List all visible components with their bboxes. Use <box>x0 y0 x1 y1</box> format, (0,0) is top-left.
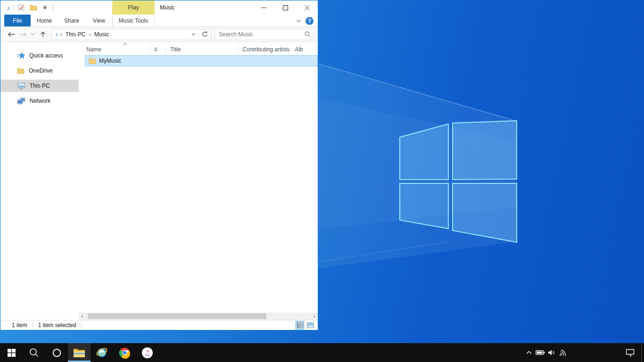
contextual-tab-group-play[interactable]: Play <box>112 0 155 15</box>
search-input[interactable] <box>215 31 302 38</box>
search-icon[interactable] <box>302 31 313 37</box>
sidebar-item-label: Network <box>30 98 50 104</box>
sidebar-item-label: This PC <box>30 82 50 89</box>
navigation-pane: Quick access OneDrive This PC <box>0 42 79 313</box>
tray-expand-button[interactable] <box>523 343 535 362</box>
ribbon-right-controls: ? <box>296 15 314 27</box>
sidebar-item-label: Quick access <box>29 52 63 59</box>
close-button[interactable] <box>296 0 318 15</box>
maximize-button[interactable] <box>274 0 296 15</box>
forward-arrow-icon <box>19 32 27 37</box>
address-bar[interactable]: ♪ › This PC › Music <box>51 29 211 40</box>
properties-checkbox-button[interactable] <box>17 3 26 12</box>
show-desktop-strip[interactable] <box>641 343 644 362</box>
view-toggles <box>296 321 314 329</box>
scroll-right-arrow[interactable]: › <box>311 313 318 320</box>
sidebar-item-this-pc[interactable]: This PC <box>0 80 79 92</box>
cortana-button[interactable] <box>45 343 68 362</box>
thumbnail-view-icon <box>307 322 314 328</box>
details-view-icon <box>297 322 303 328</box>
breadcrumb-chevron-icon: › <box>89 31 91 38</box>
breadcrumb-music[interactable]: Music <box>93 31 110 38</box>
refresh-button[interactable] <box>198 29 211 40</box>
recent-locations-dropdown[interactable] <box>29 29 37 40</box>
window-controls <box>253 0 318 15</box>
chevron-down-icon <box>31 33 35 36</box>
maximize-icon <box>283 5 288 10</box>
up-arrow-icon <box>40 31 46 38</box>
refresh-icon <box>202 31 208 37</box>
file-row-mymusic[interactable]: MyMusic <box>85 55 318 66</box>
sidebar-item-quick-access[interactable]: Quick access <box>0 49 79 62</box>
sidebar-item-onedrive[interactable]: OneDrive <box>0 65 79 77</box>
cortana-circle-icon <box>52 348 61 357</box>
column-header-title[interactable]: Title <box>166 44 239 53</box>
details-view-button[interactable] <box>296 321 304 329</box>
chevron-up-icon <box>526 351 532 354</box>
minimize-icon <box>261 5 266 10</box>
battery-status-icon[interactable] <box>535 343 546 362</box>
taskbar-chrome-button[interactable] <box>113 343 136 362</box>
tab-music-tools[interactable]: Music Tools <box>112 15 155 27</box>
file-explorer-icon <box>73 347 85 358</box>
tab-view[interactable]: View <box>85 15 113 26</box>
large-icons-view-button[interactable] <box>306 321 314 329</box>
file-name: MyMusic <box>99 58 121 64</box>
quick-access-star-icon <box>17 52 25 59</box>
separator <box>14 4 14 11</box>
customize-qat-dropdown[interactable] <box>41 3 50 12</box>
minimize-button[interactable] <box>253 0 274 15</box>
taskbar-search-button[interactable] <box>23 343 45 362</box>
column-header-album[interactable]: Alb <box>291 44 318 53</box>
sidebar-item-label: OneDrive <box>29 67 53 74</box>
tab-file[interactable]: File <box>4 15 31 26</box>
help-button[interactable]: ? <box>305 17 314 25</box>
start-button[interactable] <box>0 343 23 362</box>
folder-icon <box>89 58 96 64</box>
taskbar-file-explorer-button[interactable] <box>68 343 91 362</box>
music-location-icon: ♪ <box>55 31 58 37</box>
address-dropdown-button[interactable] <box>188 29 198 40</box>
scrollbar-thumb[interactable] <box>88 313 266 319</box>
taskbar-internet-explorer-button[interactable] <box>91 343 113 362</box>
back-button[interactable] <box>5 29 17 40</box>
file-explorer-window: ♪ Play Music <box>0 0 318 330</box>
system-tray <box>523 343 644 362</box>
close-icon <box>305 5 310 10</box>
breadcrumb: ♪ › This PC › Music <box>52 29 188 40</box>
chevron-down-icon <box>191 33 196 36</box>
window-title: Music <box>160 0 174 15</box>
tab-home[interactable]: Home <box>31 15 58 26</box>
action-center-button[interactable] <box>624 343 636 362</box>
wifi-icon[interactable] <box>557 343 569 362</box>
column-headers: Name # Title Contributing artists Alb <box>79 42 318 55</box>
breadcrumb-this-pc[interactable]: This PC <box>64 31 87 38</box>
horizontal-scrollbar[interactable]: ‹ › <box>79 313 318 320</box>
scroll-left-arrow[interactable]: ‹ <box>79 313 86 320</box>
separator <box>53 4 53 11</box>
column-header-name[interactable]: Name <box>85 44 150 53</box>
forward-button[interactable] <box>17 29 29 40</box>
status-bar: 1 item 1 item selected <box>0 320 318 330</box>
column-header-contributing-artists[interactable]: Contributing artists <box>239 44 291 53</box>
itunes-note-glyph: ♫ <box>144 349 150 357</box>
internet-explorer-icon <box>96 346 108 359</box>
new-folder-button[interactable] <box>29 3 38 12</box>
collapse-ribbon-chevron-icon[interactable] <box>296 19 301 23</box>
network-computers-icon <box>17 98 25 105</box>
windows-start-icon <box>8 349 16 357</box>
sidebar-item-network[interactable]: Network <box>0 95 79 107</box>
file-list-pane: Name # Title Contributing artists Alb My… <box>79 42 318 313</box>
folder-icon <box>30 4 37 11</box>
column-header-number[interactable]: # <box>150 44 166 53</box>
volume-icon[interactable] <box>546 343 557 362</box>
search-icon <box>29 348 39 357</box>
up-button[interactable] <box>37 29 49 40</box>
tab-share[interactable]: Share <box>58 15 85 26</box>
taskbar-itunes-button[interactable]: ♫ <box>136 343 158 362</box>
taskbar: ♫ <box>0 343 644 362</box>
sort-ascending-icon <box>123 42 127 45</box>
back-arrow-icon <box>8 32 15 37</box>
checkbox-icon <box>18 4 25 11</box>
dropdown-caret-icon <box>43 6 47 9</box>
